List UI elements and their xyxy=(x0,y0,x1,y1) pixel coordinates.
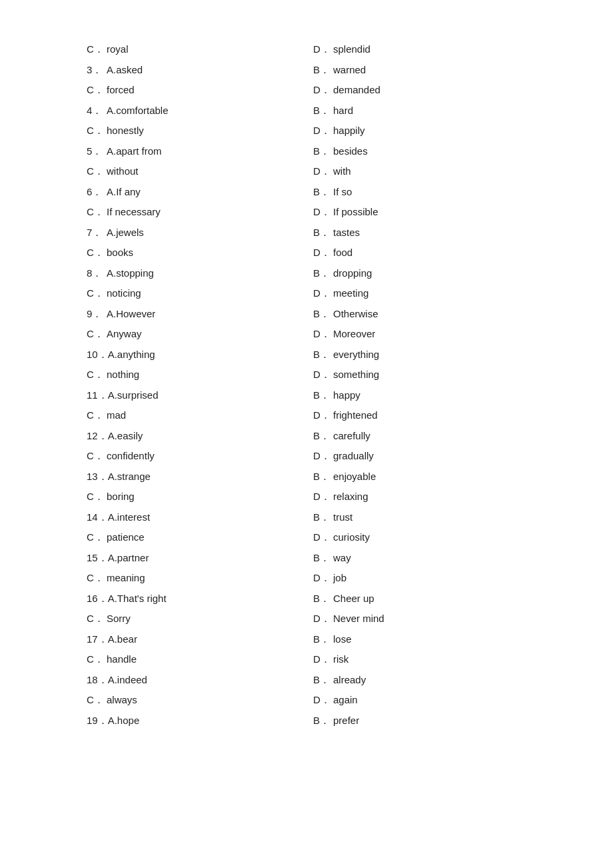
item-text: hard xyxy=(333,101,353,121)
list-item: C．patience xyxy=(87,528,313,547)
item-label: D． xyxy=(313,203,333,222)
right-col: D．curiosity xyxy=(313,528,573,547)
list-item: D．something xyxy=(313,365,573,385)
list-item: B．warned xyxy=(313,61,573,80)
list-item: B．carefully xyxy=(313,427,573,446)
item-label: C． xyxy=(87,365,107,385)
item-label: 8． xyxy=(87,264,107,283)
right-col: D．frightened xyxy=(313,406,573,425)
list-item: 11．A.surprised xyxy=(87,386,313,405)
right-col: D．demanded xyxy=(313,81,573,100)
item-text: enjoyable xyxy=(333,467,376,487)
left-col: C．honestly xyxy=(87,121,313,141)
left-col: 16．A.That's right xyxy=(87,589,313,609)
item-text: Cheer up xyxy=(333,589,374,609)
list-item: B．prefer xyxy=(313,711,573,731)
list-item: 4．A.comfortable xyxy=(87,101,313,121)
left-col: 19．A.hope xyxy=(87,711,313,731)
list-item: 19．A.hope xyxy=(87,711,313,731)
item-label: C． xyxy=(87,40,107,59)
left-col: C．books xyxy=(87,243,313,263)
right-col: D．food xyxy=(313,243,573,263)
table-row: 7．A.jewelsB．tastes xyxy=(87,223,573,243)
item-text: demanded xyxy=(333,81,380,100)
list-item: D．job xyxy=(313,569,573,588)
item-text: A.If any xyxy=(107,183,141,202)
list-item: D．happily xyxy=(313,121,573,141)
item-label: 11． xyxy=(87,386,108,405)
item-label: 3． xyxy=(87,61,107,80)
list-item: 10．A.anything xyxy=(87,345,313,365)
list-item: C．meaning xyxy=(87,569,313,588)
list-item: C．royal xyxy=(87,40,313,59)
list-item: C．books xyxy=(87,243,313,263)
right-col: D．gradually xyxy=(313,447,573,466)
item-label: D． xyxy=(313,406,333,425)
left-col: C．always xyxy=(87,691,313,710)
item-text: way xyxy=(333,549,351,568)
item-text: Otherwise xyxy=(333,305,378,324)
list-item: D．risk xyxy=(313,650,573,669)
right-col: B．happy xyxy=(313,386,573,405)
item-text: A.partner xyxy=(108,549,149,568)
item-text: warned xyxy=(333,61,366,80)
list-item: 17．A.bear xyxy=(87,630,313,649)
table-row: C．SorryD．Never mind xyxy=(87,609,573,629)
item-text: A.asked xyxy=(107,61,143,80)
item-label: D． xyxy=(313,81,333,100)
table-row: 13．A.strangeB．enjoyable xyxy=(87,467,573,487)
left-col: C．If necessary xyxy=(87,203,313,222)
item-label: D． xyxy=(313,325,333,344)
item-label: D． xyxy=(313,365,333,385)
item-text: patience xyxy=(107,528,145,547)
list-item: 18．A.indeed xyxy=(87,671,313,690)
left-col: C．royal xyxy=(87,40,313,59)
list-item: 7．A.jewels xyxy=(87,223,313,243)
list-item: 6．A.If any xyxy=(87,183,313,202)
table-row: 6．A.If anyB．If so xyxy=(87,183,573,202)
table-row: C．booksD．food xyxy=(87,243,573,263)
table-row: 3．A.askedB．warned xyxy=(87,61,573,80)
left-col: 12．A.easily xyxy=(87,427,313,446)
item-label: 14． xyxy=(87,508,108,527)
table-row: C．withoutD．with xyxy=(87,162,573,181)
item-text: A.surprised xyxy=(108,386,159,405)
item-label: D． xyxy=(313,650,333,669)
item-text: with xyxy=(333,162,351,181)
left-col: 7．A.jewels xyxy=(87,223,313,243)
item-label: C． xyxy=(87,691,107,710)
list-item: C．without xyxy=(87,162,313,181)
right-col: B．prefer xyxy=(313,711,573,731)
item-text: A.easily xyxy=(108,427,143,446)
list-item: 5．A.apart from xyxy=(87,142,313,161)
item-text: A.stopping xyxy=(107,264,154,283)
table-row: C．honestlyD．happily xyxy=(87,121,573,141)
table-row: C．forcedD．demanded xyxy=(87,81,573,100)
right-col: B．warned xyxy=(313,61,573,80)
item-label: B． xyxy=(313,671,333,690)
table-row: C．boringD．relaxing xyxy=(87,487,573,507)
item-label: 9． xyxy=(87,305,107,324)
list-item: B．tastes xyxy=(313,223,573,243)
left-col: C．confidently xyxy=(87,447,313,466)
item-text: If possible xyxy=(333,203,378,222)
item-text: If necessary xyxy=(107,203,161,222)
item-label: C． xyxy=(87,447,107,466)
item-text: curiosity xyxy=(333,528,370,547)
right-col: D．happily xyxy=(313,121,573,141)
item-text: A.indeed xyxy=(108,671,147,690)
item-text: royal xyxy=(107,40,129,59)
item-text: Never mind xyxy=(333,609,384,629)
left-col: 5．A.apart from xyxy=(87,142,313,161)
table-row: C．If necessaryD．If possible xyxy=(87,203,573,222)
left-col: C．nothing xyxy=(87,365,313,385)
item-text: besides xyxy=(333,142,368,161)
item-text: Moreover xyxy=(333,325,375,344)
table-row: 9．A.HoweverB．Otherwise xyxy=(87,305,573,324)
list-item: 8．A.stopping xyxy=(87,264,313,283)
table-row: C．AnywayD．Moreover xyxy=(87,325,573,344)
left-col: C．mad xyxy=(87,406,313,425)
left-col: 6．A.If any xyxy=(87,183,313,202)
list-item: B．Cheer up xyxy=(313,589,573,609)
list-item: B．everything xyxy=(313,345,573,365)
